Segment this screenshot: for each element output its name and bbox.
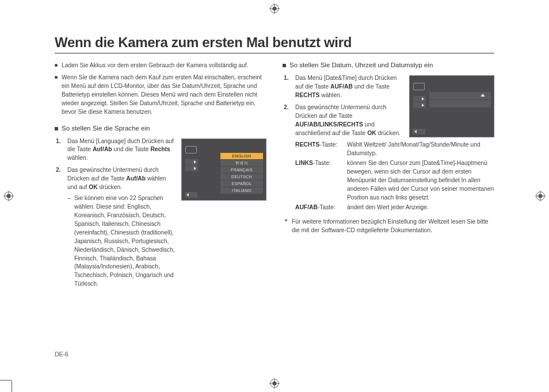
page-content: Wenn die Kamera zum ersten Mal benutzt w… bbox=[55, 34, 494, 358]
lcd-menu-item: ESPAÑOL bbox=[220, 180, 263, 187]
key-label: AUF/AB bbox=[295, 204, 318, 210]
key-label: AUF/AB/LINKS/RECHTS bbox=[295, 121, 363, 128]
key-label: Auf/Ab bbox=[93, 146, 112, 152]
step-text: und die Taste bbox=[353, 83, 390, 90]
datetime-section-heading: So stellen Sie Datum, Uhrzeit und Datums… bbox=[283, 62, 494, 68]
step-text: wählen. bbox=[319, 92, 341, 98]
lcd-nav-row bbox=[413, 96, 426, 102]
step-text: Das gewünschte Untermenü durch Drücken a… bbox=[295, 104, 387, 119]
lcd-back-indicator bbox=[185, 192, 197, 198]
key-label: LINKS bbox=[295, 160, 313, 166]
key-description-table: RECHTS-Taste: Wählt Weltzeit/ Jahr/Monat… bbox=[283, 141, 494, 212]
key-suffix: -Taste: bbox=[318, 204, 336, 210]
list-item: Das Menü [Language] duch Drücken auf die… bbox=[65, 137, 176, 163]
table-row: LINKS-Taste: können Sie den Cursor zum [… bbox=[295, 159, 494, 202]
table-row: AUF/AB-Taste: ändert den Wert jeder Anze… bbox=[295, 203, 494, 212]
footnote-text: Für weitere Informationen bezüglich Eins… bbox=[292, 218, 494, 235]
registration-mark-right bbox=[535, 191, 546, 201]
list-item: Das gewünschte Untermenü durch Drücken a… bbox=[293, 103, 403, 138]
lcd-screenshot-language: ENGLISH 한국어 FRANÇAIS DEUTSCH ESPAÑOL ITA… bbox=[181, 139, 266, 201]
lcd-menu-item-selected: ENGLISH bbox=[220, 153, 263, 160]
key-suffix: -Taste: bbox=[313, 160, 331, 166]
lcd-menu-item: ITALIANO bbox=[220, 187, 263, 194]
key-description: Wählt Weltzeit/ Jahr/Monat/Tag/Stunde/Mi… bbox=[347, 141, 494, 158]
list-item: Sie können eine von 22 Sprachen wählen. … bbox=[74, 194, 176, 289]
left-column: Laden Sie Akkus vor dem ersten Gebrauch … bbox=[55, 62, 266, 358]
key-suffix: -Taste: bbox=[319, 141, 337, 148]
key-description: können Sie den Cursor zum [Date&Time]-Ha… bbox=[347, 159, 494, 202]
lcd-menu-item: 한국어 bbox=[220, 160, 263, 167]
list-item: Das Menü [Date&Time] durch Drücken auf d… bbox=[293, 74, 403, 100]
lcd-tab-icon bbox=[413, 83, 425, 90]
page-number: DE-6 bbox=[55, 351, 68, 358]
lcd-datetime-panel bbox=[429, 92, 491, 115]
lcd-menu-item: DEUTSCH bbox=[220, 174, 263, 180]
datetime-steps: Das Menü [Date&Time] durch Drücken auf d… bbox=[283, 74, 403, 137]
registration-mark-left bbox=[3, 191, 14, 201]
step-text: und die Taste bbox=[112, 146, 151, 152]
lcd-nav-row bbox=[185, 166, 198, 171]
table-row: RECHTS-Taste: Wählt Weltzeit/ Jahr/Monat… bbox=[295, 141, 494, 158]
chevron-up-icon bbox=[481, 94, 485, 97]
page-title: Wenn die Kamera zum ersten Mal benutzt w… bbox=[55, 34, 494, 53]
step-text: drücken. bbox=[376, 130, 401, 136]
key-label: Rechts bbox=[150, 146, 170, 152]
language-section-heading: So stellen Sie die Sprache ein bbox=[55, 125, 266, 132]
list-item: Wenn Sie die Kamera nach dem Kauf zum er… bbox=[55, 74, 266, 117]
lcd-nav-row bbox=[185, 159, 198, 165]
registration-mark-top bbox=[269, 3, 280, 14]
key-label: Auf/Ab bbox=[126, 175, 146, 182]
lcd-nav-row bbox=[413, 102, 426, 108]
right-column: So stellen Sie Datum, Uhrzeit und Datums… bbox=[283, 62, 494, 358]
lcd-screenshot-datetime bbox=[409, 75, 494, 137]
language-steps: Das Menü [Language] duch Drücken auf die… bbox=[55, 137, 176, 289]
key-label: OK bbox=[89, 184, 97, 190]
step-text: drücken. bbox=[98, 184, 122, 190]
lcd-back-indicator bbox=[413, 129, 425, 134]
key-label: AUF/AB bbox=[330, 83, 353, 90]
key-label: RECHTS bbox=[295, 92, 319, 98]
key-label: RECHTS bbox=[295, 141, 319, 148]
crop-mark-bottom-left bbox=[12, 358, 35, 381]
list-item: Laden Sie Akkus vor dem ersten Gebrauch … bbox=[55, 62, 266, 70]
lcd-language-menu: ENGLISH 한국어 FRANÇAIS DEUTSCH ESPAÑOL ITA… bbox=[220, 153, 263, 194]
list-item: Das gewünschte Untermenü durch Drücken a… bbox=[65, 166, 176, 289]
key-label: OK bbox=[367, 130, 376, 136]
intro-list: Laden Sie Akkus vor dem ersten Gebrauch … bbox=[55, 62, 266, 117]
step-text: wählen. bbox=[67, 155, 88, 161]
registration-mark-bottom bbox=[269, 378, 280, 389]
footnote-marker: * bbox=[285, 218, 287, 235]
lcd-tab-icon bbox=[185, 146, 197, 153]
key-description: ändert den Wert jeder Anzeige. bbox=[347, 203, 494, 212]
footnote: * Für weitere Informationen bezüglich Ei… bbox=[283, 218, 494, 235]
lcd-menu-item: FRANÇAIS bbox=[220, 167, 263, 174]
